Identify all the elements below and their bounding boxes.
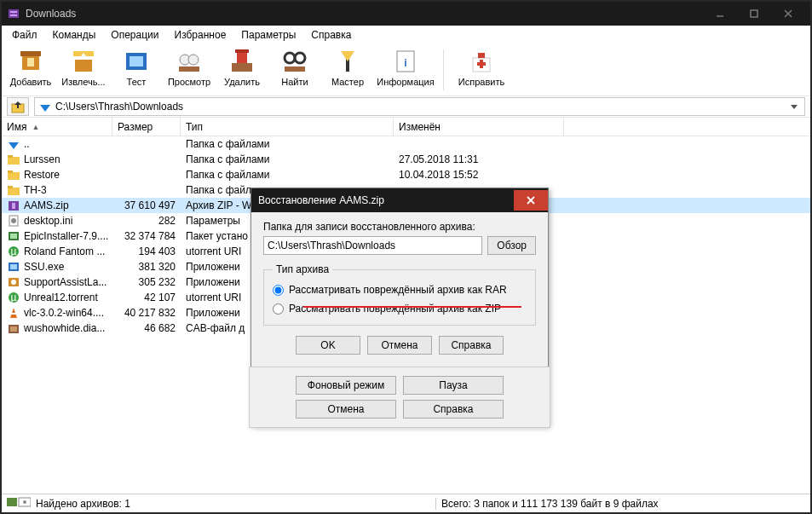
background-mode-button[interactable]: Фоновый режим: [296, 376, 396, 395]
svg-point-22: [295, 53, 305, 63]
archive-type-group: Тип архива Рассматривать повреждённый ар…: [263, 263, 536, 326]
window-title: Downloads: [26, 8, 703, 20]
file-icon: [7, 260, 20, 274]
radio-rar[interactable]: Рассматривать повреждённый архив как RAR: [273, 284, 527, 296]
svg-text:i: i: [404, 57, 406, 69]
menu-options[interactable]: Параметры: [234, 27, 302, 43]
svg-marker-35: [791, 105, 798, 109]
dialog-body: Папка для записи восстановленного архива…: [251, 212, 548, 367]
svg-rect-61: [7, 498, 17, 506]
dialog-titlebar[interactable]: Восстановление AAMS.zip: [251, 188, 548, 212]
menu-commands[interactable]: Команды: [46, 27, 103, 43]
help-button-2[interactable]: Справка: [403, 400, 504, 419]
menu-file[interactable]: Файл: [5, 27, 44, 43]
tb-view[interactable]: Просмотр: [165, 46, 213, 89]
radio-rar-input[interactable]: [273, 285, 284, 296]
svg-rect-4: [751, 10, 757, 17]
svg-rect-41: [8, 188, 20, 195]
svg-rect-1: [10, 11, 17, 13]
svg-point-63: [23, 500, 26, 504]
repair-dialog: Восстановление AAMS.zip Папка для записи…: [251, 188, 549, 426]
tb-wizard[interactable]: Мастер: [324, 46, 371, 89]
table-row[interactable]: LurssenПапка с файлами27.05.2018 11:31: [2, 152, 810, 167]
svg-rect-18: [232, 63, 252, 72]
col-type[interactable]: Тип: [181, 118, 394, 136]
svg-point-21: [285, 53, 295, 63]
titlebar[interactable]: Downloads: [2, 2, 810, 26]
chevron-down-icon[interactable]: [787, 102, 801, 111]
pause-button[interactable]: Пауза: [403, 376, 504, 395]
svg-rect-42: [8, 186, 13, 188]
file-icon: [7, 229, 20, 243]
file-icon: [7, 183, 20, 197]
svg-point-46: [11, 218, 16, 223]
tb-test[interactable]: Тест: [112, 46, 160, 89]
disk-icon: [7, 496, 31, 511]
red-underline: [303, 306, 521, 308]
file-icon: [7, 275, 20, 289]
add-icon: [17, 48, 44, 75]
tb-find[interactable]: Найти: [271, 46, 319, 89]
svg-rect-31: [477, 62, 486, 66]
menu-help[interactable]: Справка: [304, 27, 358, 43]
menu-operations[interactable]: Операции: [104, 27, 165, 43]
table-row[interactable]: ..Папка с файлами: [2, 136, 810, 152]
close-button[interactable]: [771, 3, 805, 24]
statusbar: Найдено архивов: 1 Всего: 3 папок и 111 …: [2, 494, 810, 512]
dialog-close-button[interactable]: [514, 190, 548, 211]
dialog-title: Восстановление AAMS.zip: [258, 194, 514, 206]
up-button[interactable]: [7, 97, 29, 116]
path-label: Папка для записи восстановленного архива…: [263, 221, 536, 233]
file-icon: [7, 199, 20, 212]
delete-icon: [228, 48, 256, 75]
maximize-button[interactable]: [737, 3, 771, 24]
svg-rect-48: [10, 234, 17, 239]
svg-text:µ: µ: [11, 245, 17, 257]
svg-rect-39: [8, 172, 20, 180]
test-icon: [123, 48, 150, 75]
help-button[interactable]: Справка: [439, 336, 504, 355]
cancel-button[interactable]: Отмена: [367, 336, 432, 355]
status-left: Найдено архивов: 1: [2, 496, 435, 511]
svg-rect-2: [10, 14, 17, 16]
minimize-button[interactable]: [703, 3, 737, 24]
col-size[interactable]: Размер: [112, 118, 181, 136]
svg-rect-14: [130, 56, 143, 66]
repair-path-input[interactable]: [263, 236, 482, 255]
tb-extract[interactable]: Извлечь...: [60, 46, 107, 89]
svg-rect-15: [179, 66, 199, 72]
svg-rect-8: [20, 51, 41, 56]
menubar: Файл Команды Операции Избранное Параметр…: [2, 26, 810, 44]
file-icon: µ: [7, 291, 20, 304]
path-text: C:\Users\Thrash\Downloads: [55, 101, 787, 113]
repair-icon: [468, 48, 495, 75]
svg-rect-38: [8, 155, 13, 158]
col-modified[interactable]: Изменён: [394, 118, 564, 136]
file-icon: [7, 306, 20, 320]
find-icon: [281, 48, 308, 75]
tb-repair[interactable]: Исправить: [452, 46, 510, 89]
tb-add[interactable]: Добавить: [7, 46, 55, 89]
window-controls: [703, 3, 805, 24]
radio-zip[interactable]: Рассматривать повреждённый архив как ZIP: [273, 303, 527, 315]
svg-rect-60: [10, 326, 17, 332]
ok-button[interactable]: OK: [296, 336, 360, 355]
svg-rect-29: [478, 53, 485, 58]
col-name[interactable]: Имя▲: [2, 118, 112, 136]
radio-zip-input[interactable]: [273, 303, 284, 315]
info-icon: i: [392, 48, 419, 75]
cancel-button-2[interactable]: Отмена: [296, 400, 396, 419]
path-combo[interactable]: C:\Users\Thrash\Downloads: [34, 97, 805, 116]
tb-info[interactable]: i Информация: [377, 46, 435, 89]
dialog-footer: Фоновый режим Пауза Отмена Справка: [249, 367, 550, 428]
extract-icon: [70, 48, 97, 75]
browse-button[interactable]: Обзор: [487, 236, 536, 255]
table-row[interactable]: RestoreПапка с файлами10.04.2018 15:52: [2, 167, 810, 182]
svg-rect-37: [8, 157, 20, 165]
tb-delete[interactable]: Удалить: [218, 46, 266, 89]
menu-favorites[interactable]: Избранное: [168, 27, 233, 43]
svg-point-54: [11, 280, 16, 285]
svg-rect-19: [237, 51, 247, 63]
addressbar: C:\Users\Thrash\Downloads: [2, 95, 810, 118]
svg-rect-9: [27, 58, 34, 66]
